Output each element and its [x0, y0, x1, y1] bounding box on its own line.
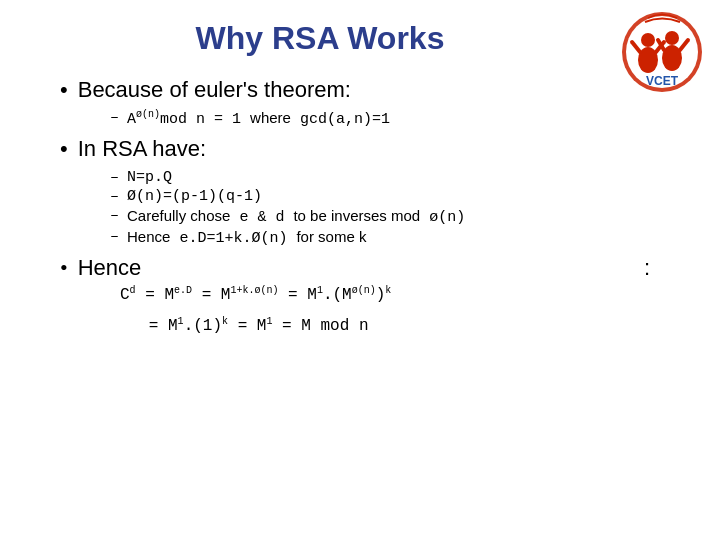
euler-sub-1: – Aø(n)mod n = 1 where gcd(a,n)=1 — [110, 109, 680, 128]
hence-header-row: • Hence : — [60, 255, 680, 281]
euler-formula: Aø(n)mod n = 1 where gcd(a,n)=1 — [127, 109, 390, 128]
math-block: Cd = Me.D = M1+k.ø(n) = M1.(Mø(n))k = M1… — [60, 281, 680, 341]
bullet-euler: • Because of euler's theorem: — [60, 77, 680, 103]
hence-colon: : — [644, 255, 680, 281]
rsa-hence: Hence e.D=1+k.Ø(n) for some k — [127, 228, 366, 247]
slide: VCET Why RSA Works • Because of euler's … — [0, 0, 720, 540]
bullet-dot-2: • — [60, 136, 68, 162]
hence-bullet-row: • Hence — [60, 255, 141, 281]
rsa-sub-4: – Hence e.D=1+k.Ø(n) for some k — [110, 228, 680, 247]
rsa-carefully: Carefully chose e & d to be inverses mod… — [127, 207, 465, 226]
math-eq1: = Me.D — [136, 281, 192, 310]
dash-icon: – — [110, 109, 119, 126]
rsa-sub-2: – Ø(n)=(p-1)(q-1) — [110, 188, 680, 205]
dash-icon-5: – — [110, 228, 119, 245]
bullet-dot-1: • — [60, 77, 68, 103]
rsa-sub-1: – N=p.Q — [110, 169, 680, 186]
rsa-sub-bullets: – N=p.Q – Ø(n)=(p-1)(q-1) – Carefully ch… — [60, 169, 680, 247]
svg-text:VCET: VCET — [646, 74, 679, 88]
hence-label: Hence — [78, 255, 142, 281]
math-eq5: = M mod n — [272, 312, 368, 341]
slide-content: • Because of euler's theorem: – Aø(n)mod… — [40, 77, 680, 340]
svg-point-2 — [641, 33, 655, 47]
rsa-phi: Ø(n)=(p-1)(q-1) — [127, 188, 262, 205]
bullet-euler-label: Because of euler's theorem: — [78, 77, 351, 103]
math-cd: Cd — [120, 281, 136, 310]
rsa-sub-3: – Carefully chose e & d to be inverses m… — [110, 207, 680, 226]
math-indent: = M1.(1)k — [120, 312, 228, 341]
hence-section: • Hence : Cd = Me.D = M1+k.ø(n) = M1.(Mø… — [60, 255, 680, 341]
bullet-rsa-label: In RSA have: — [78, 136, 206, 162]
dash-icon-4: – — [110, 207, 119, 224]
bullet-rsa: • In RSA have: — [60, 136, 680, 162]
euler-sub-bullets: – Aø(n)mod n = 1 where gcd(a,n)=1 — [60, 109, 680, 128]
math-eq3: = M1.(Mø(n))k — [278, 281, 391, 310]
dash-icon-2: – — [110, 169, 119, 186]
slide-title: Why RSA Works — [40, 20, 680, 57]
math-eq4: = M1 — [228, 312, 272, 341]
rsa-npq: N=p.Q — [127, 169, 172, 186]
dash-icon-3: – — [110, 188, 119, 205]
math-line-2: = M1.(1)k = M1 = M mod n — [120, 312, 680, 341]
math-eq2: = M1+k.ø(n) — [192, 281, 278, 310]
bullet-dot-3: • — [60, 255, 68, 281]
logo: VCET — [620, 10, 705, 95]
math-line-1: Cd = Me.D = M1+k.ø(n) = M1.(Mø(n))k — [120, 281, 680, 310]
svg-point-4 — [665, 31, 679, 45]
